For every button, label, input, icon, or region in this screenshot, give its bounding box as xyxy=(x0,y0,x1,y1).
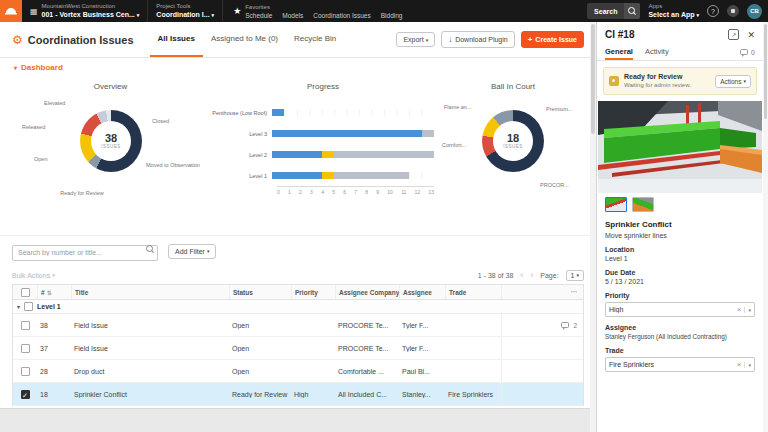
column-header-assignee-company[interactable]: Assignee Company xyxy=(335,285,399,299)
dashboard-toggle[interactable]: ▾ Dashboard xyxy=(0,58,596,76)
scrollbar-thumb[interactable] xyxy=(591,24,595,134)
axis-tick: 0 xyxy=(277,189,280,195)
tab-assigned-to-me[interactable]: Assigned to Me (0) xyxy=(203,22,286,57)
filter-bar: Add Filter▾ xyxy=(0,236,596,266)
table-row[interactable]: 18Sprinkler ConflictReady for ReviewHigh… xyxy=(13,383,583,406)
trade-select[interactable]: Fire Sprinklers × ▾ xyxy=(605,357,755,372)
download-plugin-button[interactable]: ↓Download Plugin xyxy=(441,31,515,48)
snapshot-thumbnails xyxy=(597,193,763,212)
row-checkbox[interactable] xyxy=(21,390,30,399)
actions-button[interactable]: Actions▾ xyxy=(715,75,751,88)
column-header-assignee[interactable]: Assignee xyxy=(399,285,445,299)
search-button[interactable] xyxy=(624,3,640,19)
comments-button[interactable]: 0 xyxy=(740,49,755,56)
chart-title: Overview xyxy=(18,80,203,94)
close-icon[interactable]: ✕ xyxy=(747,30,755,40)
page-select[interactable]: 1▾ xyxy=(566,270,584,281)
export-button[interactable]: Export▾ xyxy=(396,32,435,47)
table-row[interactable]: 38Field IssueOpenPROCORE Te...Tyler F...… xyxy=(13,314,583,337)
help-icon[interactable]: ? xyxy=(707,5,719,17)
axis-tick: 12 xyxy=(415,189,421,195)
progress-bar-segment xyxy=(272,172,322,179)
table-row[interactable]: 28Drop ductOpenComfortable ...Paul Bl... xyxy=(13,360,583,383)
donut-center: 38 ISSUES xyxy=(91,121,131,161)
issue-assignee: Stanley... xyxy=(399,391,445,398)
chevron-down-icon: ▾ xyxy=(426,37,429,43)
table-header: #⇅ Title Status Priority Assignee Compan… xyxy=(13,285,583,300)
tab-recycle-bin[interactable]: Recycle Bin xyxy=(286,22,344,57)
issue-description: Move sprinkler lines xyxy=(605,232,755,239)
search-input[interactable] xyxy=(12,245,158,261)
scrollbar-thumb[interactable] xyxy=(764,24,767,119)
tool-selector[interactable]: Project Tools Coordination I...▾ xyxy=(148,0,223,22)
snapshot-thumbnail[interactable] xyxy=(632,197,654,212)
chevron-down-icon: ▾ xyxy=(696,12,699,18)
project-name: 001 - Vortex Business Cen... xyxy=(42,11,135,18)
favorite-link-schedule[interactable]: Schedule xyxy=(245,11,272,20)
user-avatar[interactable]: CB xyxy=(747,4,762,19)
row-checkbox[interactable] xyxy=(21,367,30,376)
column-header-number[interactable]: #⇅ xyxy=(37,285,71,299)
progress-bar-track xyxy=(272,130,434,137)
group-row-level-1[interactable]: ▾ Level 1 xyxy=(13,300,583,314)
column-header-title[interactable]: Title xyxy=(71,285,229,299)
select-all-checkbox[interactable] xyxy=(21,288,30,297)
notifications-icon[interactable] xyxy=(727,5,739,17)
favorite-link-models[interactable]: Models xyxy=(282,11,303,20)
row-checkbox[interactable] xyxy=(21,344,30,353)
column-header-trade[interactable]: Trade xyxy=(445,285,501,299)
expand-panel-icon[interactable]: ↗ xyxy=(728,29,739,40)
progress-bar-label: Level 1 xyxy=(212,173,272,179)
axis-tick: 10 xyxy=(387,189,393,195)
overview-donut[interactable]: 38 ISSUES xyxy=(80,110,142,172)
axis-tick: 1 xyxy=(288,189,291,195)
search-icon xyxy=(628,7,636,15)
issue-status: Open xyxy=(229,322,291,329)
issue-title-link[interactable]: Field Issue xyxy=(71,322,229,329)
chart-title: Ball In Court xyxy=(442,80,584,94)
favorite-link-bidding[interactable]: Bidding xyxy=(381,11,403,20)
snapshot-thumbnail[interactable] xyxy=(605,197,627,212)
row-checkbox[interactable] xyxy=(21,321,30,330)
search-box[interactable]: Search xyxy=(587,3,640,19)
issue-title-link[interactable]: Field Issue xyxy=(71,345,229,352)
chevron-down-icon: ▾ xyxy=(576,272,579,278)
chevron-down-icon[interactable]: ▾ xyxy=(744,362,751,368)
next-page-button[interactable]: › xyxy=(530,271,533,280)
page-label: Page: xyxy=(540,272,558,279)
panel-scrollbar[interactable] xyxy=(763,22,768,432)
due-date-value[interactable]: 5 / 13 / 2021 xyxy=(605,278,755,285)
comment-icon[interactable] xyxy=(561,322,569,328)
favorite-link-coordination-issues[interactable]: Coordination Issues xyxy=(313,11,370,20)
app-launcher[interactable]: Apps Select an App▾ xyxy=(648,2,699,20)
create-issue-button[interactable]: +Create Issue xyxy=(521,31,584,48)
column-header-priority[interactable]: Priority xyxy=(291,285,335,299)
slice-label: Ready for Review xyxy=(60,190,104,197)
tab-general[interactable]: General xyxy=(605,44,633,60)
main-scrollbar[interactable] xyxy=(590,22,596,432)
issue-priority: High xyxy=(291,391,335,398)
issue-title-link[interactable]: Drop duct xyxy=(71,368,229,375)
group-checkbox[interactable] xyxy=(24,302,33,311)
project-selector[interactable]: ▦ MountainWest Construction 001 - Vortex… xyxy=(22,0,148,22)
collapse-group-icon[interactable]: ▾ xyxy=(17,303,20,310)
model-viewer[interactable] xyxy=(597,101,763,193)
main-content: ⚙ Coordination Issues All Issues Assigne… xyxy=(0,22,596,432)
priority-select[interactable]: High × ▾ xyxy=(605,302,755,317)
issue-title-link[interactable]: Sprinkler Conflict xyxy=(71,391,229,398)
bulk-actions-button[interactable]: Bulk Actions▾ xyxy=(12,272,55,279)
procore-logo[interactable] xyxy=(0,0,22,22)
add-filter-button[interactable]: Add Filter▾ xyxy=(168,244,216,259)
tab-activity[interactable]: Activity xyxy=(645,44,669,60)
previous-page-button[interactable]: ‹ xyxy=(520,271,523,280)
table-row[interactable]: 37Field IssueOpenPROCORE Te...Tyler F... xyxy=(13,337,583,360)
column-header-status[interactable]: Status xyxy=(229,285,291,299)
column-options-button[interactable]: ⋯ xyxy=(501,285,583,299)
chevron-down-icon[interactable]: ▾ xyxy=(744,307,751,313)
axis-tick: 13 xyxy=(428,189,434,195)
clear-icon[interactable]: × xyxy=(734,360,745,369)
plus-icon: + xyxy=(528,35,533,44)
ball-in-court-donut[interactable]: 18 ISSUES xyxy=(482,110,544,172)
tab-all-issues[interactable]: All Issues xyxy=(150,22,203,57)
clear-icon[interactable]: × xyxy=(734,305,745,314)
